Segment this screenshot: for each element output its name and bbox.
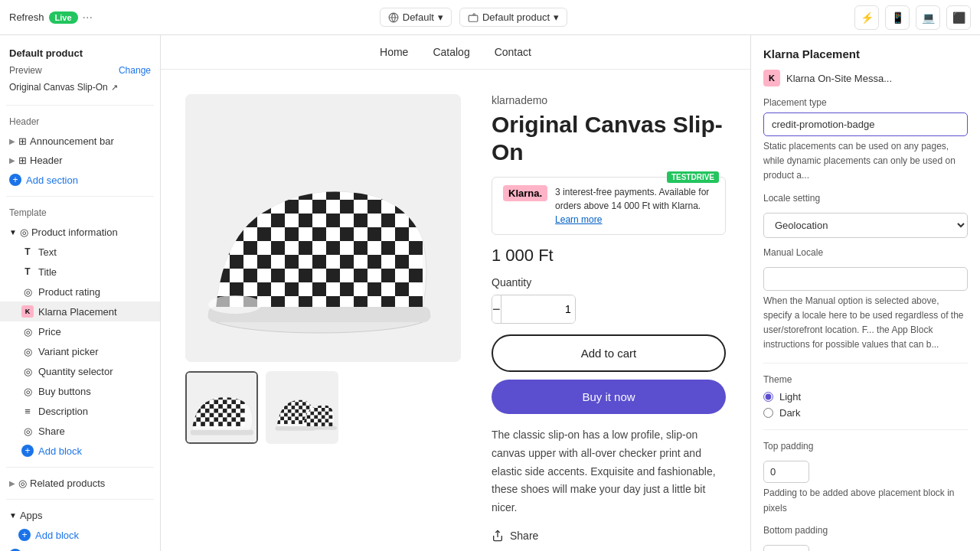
sidebar-item-share[interactable]: ◎ Share: [0, 421, 160, 441]
thumbnail-1[interactable]: [185, 371, 258, 444]
theme-dark-option[interactable]: Dark: [763, 407, 968, 419]
svg-rect-311: [314, 408, 318, 412]
theme-light-option[interactable]: Light: [763, 391, 968, 403]
svg-rect-65: [243, 241, 257, 255]
svg-rect-272: [292, 413, 296, 417]
store-selector[interactable]: Default ▾: [380, 8, 452, 27]
svg-rect-55: [312, 227, 326, 241]
sidebar-item-quantity-selector[interactable]: ◎ Quantity selector: [0, 361, 160, 381]
svg-rect-106: [395, 269, 409, 282]
sidebar-item-product-info[interactable]: ▼ ◎ Product information: [0, 223, 160, 242]
sidebar-item-buy-buttons[interactable]: ◎ Buy buttons: [0, 381, 160, 401]
external-link-icon: ↗: [111, 83, 118, 93]
sidebar-item-variant-picker[interactable]: ◎ Variant picker: [0, 341, 160, 361]
svg-rect-86: [326, 255, 340, 269]
refresh-button[interactable]: Refresh: [9, 11, 44, 23]
svg-rect-314: [325, 408, 329, 412]
svg-rect-89: [368, 255, 381, 269]
icon-button-2[interactable]: 📱: [885, 5, 910, 30]
svg-rect-162: [227, 399, 232, 404]
sidebar-item-product-rating[interactable]: ◎ Product rating: [0, 282, 160, 302]
svg-rect-224: [236, 422, 240, 426]
thumbnail-2[interactable]: [266, 371, 338, 444]
klarna-logo: Klarna.: [503, 185, 547, 201]
svg-rect-293: [295, 420, 299, 424]
svg-rect-337: [318, 419, 322, 422]
more-options-button[interactable]: ···: [83, 11, 93, 24]
svg-rect-338: [322, 419, 325, 422]
sidebar-template-section: Template ▼ ◎ Product information T Text …: [0, 197, 160, 467]
quantity-decrease-button[interactable]: −: [492, 295, 501, 323]
top-padding-input[interactable]: [763, 461, 809, 483]
sidebar-item-description[interactable]: ≡ Description: [0, 401, 160, 421]
nav-catalog[interactable]: Catalog: [433, 46, 469, 58]
svg-rect-250: [284, 406, 288, 409]
sidebar-item-header[interactable]: ▶ ⊞ Header: [0, 151, 160, 170]
sidebar-item-announcement-bar[interactable]: ▶ ⊞ Announcement bar: [0, 132, 160, 151]
locale-setting-select[interactable]: Geolocation: [763, 213, 968, 238]
svg-rect-226: [191, 430, 253, 435]
theme-light-radio[interactable]: [763, 392, 773, 402]
add-block-apps[interactable]: + Add block: [0, 525, 160, 545]
svg-rect-69: [299, 241, 312, 255]
nav-contact[interactable]: Contact: [495, 46, 531, 58]
svg-rect-197: [223, 413, 227, 418]
svg-rect-345: [318, 422, 322, 426]
svg-rect-88: [354, 255, 368, 269]
chevron-right-icon: ▶: [9, 479, 15, 487]
sidebar-item-klarna[interactable]: K Klarna Placement: [0, 302, 160, 321]
share-row[interactable]: Share: [492, 530, 726, 542]
product-description: The classic slip-on has a low profile, s…: [492, 426, 726, 517]
svg-rect-330: [322, 416, 325, 419]
template-heading: Template: [0, 203, 160, 223]
svg-rect-164: [236, 399, 240, 404]
svg-rect-294: [299, 420, 302, 424]
add-section-header[interactable]: + Add section: [0, 170, 160, 190]
sidebar-item-text[interactable]: T Text: [0, 242, 160, 262]
svg-rect-92: [409, 255, 423, 269]
svg-rect-211: [231, 417, 236, 422]
svg-rect-254: [299, 406, 302, 409]
sidebar-item-title[interactable]: T Title: [0, 262, 160, 282]
svg-rect-279: [280, 416, 284, 420]
svg-rect-292: [292, 420, 296, 424]
add-section-apps[interactable]: + Add section: [0, 545, 160, 551]
svg-rect-51: [257, 227, 271, 241]
svg-rect-104: [368, 269, 381, 282]
manual-locale-input[interactable]: [763, 267, 968, 291]
svg-rect-210: [227, 417, 232, 422]
product-selector[interactable]: Default product ▾: [459, 8, 567, 27]
add-block-template[interactable]: + Add block: [0, 441, 160, 461]
svg-rect-28: [354, 200, 368, 214]
quantity-input[interactable]: [501, 295, 576, 323]
circle-icon: ◎: [21, 325, 34, 337]
icon-button-3[interactable]: 💻: [916, 5, 940, 30]
icon-button-1[interactable]: ⚡: [854, 5, 879, 30]
shoe-svg: [185, 94, 461, 362]
klarna-learn-more[interactable]: Learn more: [555, 214, 602, 225]
chevron-down-icon: ▼: [9, 511, 17, 520]
theme-dark-radio[interactable]: [763, 408, 773, 418]
add-to-cart-button[interactable]: Add to cart: [492, 334, 726, 372]
share-icon: [492, 530, 504, 542]
change-preview-button[interactable]: Change: [119, 65, 151, 76]
svg-rect-183: [214, 409, 218, 413]
sidebar-item-related-products[interactable]: ▶ ◎ Related products: [0, 474, 160, 493]
buy-now-button[interactable]: Buy it now: [492, 380, 726, 414]
sidebar-item-apps[interactable]: ▼ Apps: [0, 506, 160, 525]
svg-rect-67: [271, 241, 285, 255]
icon-button-4[interactable]: ⬛: [946, 5, 971, 30]
bottom-padding-input[interactable]: [763, 545, 809, 551]
nav-home[interactable]: Home: [380, 46, 408, 58]
right-panel: Klarna Placement K Klarna On-Site Messa.…: [750, 35, 980, 551]
svg-rect-102: [340, 269, 354, 282]
svg-rect-70: [312, 241, 326, 255]
svg-rect-57: [340, 227, 354, 241]
svg-rect-215: [196, 422, 201, 426]
svg-rect-113: [285, 282, 299, 296]
sidebar-item-price[interactable]: ◎ Price: [0, 321, 160, 341]
circle-icon: ◎: [21, 425, 34, 437]
quantity-control: − +: [492, 295, 576, 324]
svg-rect-95: [243, 269, 257, 282]
placement-type-input[interactable]: [763, 112, 968, 136]
